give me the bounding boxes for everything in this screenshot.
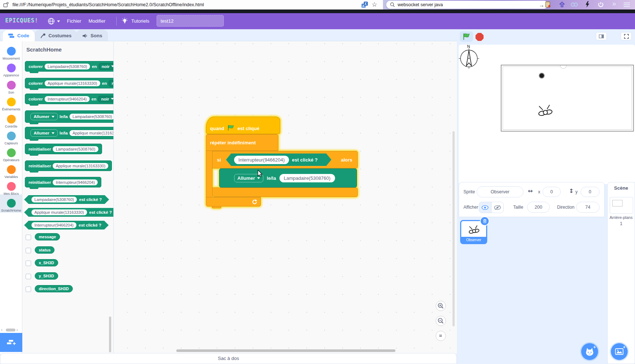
block-allumer-applique[interactable]: Allumer le/la Applique murale(13163330) [25,127,113,139]
category-operateurs[interactable]: Opérateurs [0,148,22,162]
power-icon[interactable] [598,1,604,8]
allumer-block[interactable]: Allumer le/la Lampadaire(5308760) [219,168,357,187]
menu-edit[interactable]: Modifier [89,18,105,24]
stop-button[interactable] [476,33,484,41]
block-input[interactable]: Lampadaire(5308760) [45,64,90,69]
block-colorer-lampadaire[interactable]: colorer Lampadaire(5308760) en noir [25,61,113,72]
bookmark-star-icon[interactable]: ☆ [372,1,377,8]
block-colorer-applique[interactable]: colorer Applique murale(13163330) en noi… [25,78,113,88]
category-scrollbar[interactable] [6,329,15,331]
translate-icon[interactable] [361,1,368,8]
block-dropdown[interactable]: noir [99,63,113,70]
category-capteurs[interactable]: Capteurs [0,132,22,145]
menu-file[interactable]: Fichier [67,18,81,24]
backdrop-thumbnail[interactable] [610,197,633,214]
zoom-in-button[interactable] [436,301,446,311]
block-input[interactable]: Lampadaire(5308760) [69,114,113,120]
block-lampadaire-est-clicke[interactable]: Lampadaire(5308760) est clické ? [24,195,109,204]
show-button[interactable] [479,202,492,213]
variable-y-sh3d[interactable]: y_SH3D [35,272,58,280]
fullscreen-button[interactable] [621,32,632,40]
lightning-icon[interactable] [585,1,590,8]
variable-checkbox[interactable] [26,287,31,292]
y-input[interactable]: 0 [580,187,600,197]
tab-costumes[interactable]: Costumes [35,30,77,41]
browser-search-field[interactable]: websocket server java → [386,1,548,9]
add-sprite-button[interactable]: + [581,343,598,360]
tab-sounds[interactable]: Sons [76,30,108,41]
extension-faded-icon[interactable] [571,2,578,7]
variable-status[interactable]: status [35,246,55,254]
category-mes-blocs[interactable]: Mes Blocs [0,182,22,196]
category-son[interactable]: Son [0,81,22,94]
repeat-forever-block[interactable]: répéter indéfiniment [206,134,278,151]
small-stage-layout-button[interactable] [596,32,607,40]
block-input[interactable]: Applique murale(13163330) [45,80,100,86]
block-input[interactable]: Interrupteur(9466204) [31,222,76,228]
block-reinitialiser-applique[interactable]: reinitialiser Applique murale(13163330) [25,160,112,171]
add-extension-button[interactable] [0,333,22,352]
block-input[interactable]: Interrupteur(9466204) [45,96,90,102]
lampadaire-sprite[interactable] [539,73,545,79]
variable-message[interactable]: message [35,233,60,240]
block-dropdown[interactable]: Allumer [30,129,58,137]
stage-selector-panel[interactable]: Scène Arrière-plans 1 [607,182,635,364]
menu-tutorials[interactable]: Tutoriels [121,17,149,24]
variable-checkbox[interactable] [26,261,31,266]
scroll-left-icon[interactable]: ‹ [1,327,3,332]
extension-arrow-icon[interactable] [559,1,565,7]
variable-checkbox[interactable] [26,274,31,279]
scroll-right-icon[interactable]: › [16,327,18,332]
category-controle[interactable]: Contrôle [0,115,22,128]
overflow-chevrons-icon[interactable]: » [612,0,616,8]
zoom-reset-button[interactable] [436,331,446,341]
delete-sprite-button[interactable] [480,216,489,226]
block-input[interactable]: Interrupteur(9466204) [53,179,98,185]
browser-address-bar[interactable]: file:///F:/Numerique/Projets_étudiants/S… [0,0,383,10]
hide-button[interactable] [492,202,504,213]
category-scratchhome[interactable]: ScratchHome [0,199,22,212]
block-input[interactable]: Applique murale(13163330) [31,209,87,215]
x-input[interactable]: 0 [542,187,561,197]
palette-scrollbar[interactable] [109,316,111,352]
variable-checkbox[interactable] [26,248,31,253]
block-input[interactable]: Applique murale(13163330) [53,163,108,169]
category-variables[interactable]: Variables [0,165,22,179]
block-applique-est-clicke[interactable]: Applique murale(13163330) est clické ? [24,208,113,217]
project-name-input[interactable]: test12 [157,15,224,27]
canvas-vertical-scrollbar[interactable] [452,131,455,326]
category-apparence[interactable]: Apparence [0,64,22,77]
block-input[interactable]: Lampadaire(5308760) [31,197,77,202]
block-reinitialiser-lampadaire[interactable]: reinitialiser Lampadaire(5308760) [25,144,102,154]
category-mouvement[interactable]: Mouvement [0,47,22,60]
backpack-bar[interactable]: Sac à dos [0,353,457,364]
size-input[interactable]: 200 [527,202,550,213]
canvas-horizontal-scrollbar[interactable] [176,349,395,352]
block-input[interactable]: Lampadaire(5308760) [53,146,98,152]
condition-block-est-clicke[interactable]: Interrupteur(9466204) est clické ? [226,153,331,166]
observer-sprite[interactable] [537,103,554,118]
code-canvas[interactable]: quand est cliqué répéter indéfiniment si… [113,41,457,354]
block-input[interactable]: Applique murale(13163330) [69,130,113,136]
block-dropdown[interactable]: noir [109,80,113,87]
hat-block-when-flag-clicked[interactable]: quand est cliqué [206,117,280,134]
direction-input[interactable]: 74 [576,202,600,213]
block-reinitialiser-interrupteur[interactable]: reinitialiser Interrupteur(9466204) [25,177,101,187]
block-dropdown[interactable]: noir [98,96,113,102]
block-input[interactable]: Lampadaire(5308760) [279,174,335,182]
zoom-out-button[interactable] [436,316,446,326]
extension-clipboard-icon[interactable] [545,1,551,8]
block-interrupteur-est-clicke[interactable]: Interrupteur(9466204) est clické ? [24,221,109,230]
search-go-icon[interactable]: → [539,2,544,8]
sprite-name-input[interactable]: Observer [477,186,523,197]
block-dropdown[interactable]: Allumer [30,113,58,120]
script-stack[interactable]: quand est cliqué répéter indéfiniment si… [201,110,364,220]
block-colorer-interrupteur[interactable]: colorer Interrupteur(9466204) en noir [25,94,113,104]
add-backdrop-button[interactable]: + [611,343,628,360]
variable-checkbox[interactable] [26,235,31,240]
block-allumer-lampadaire[interactable]: Allumer le/la Lampadaire(5308760) [25,110,113,123]
variable-x-sh3d[interactable]: x_SH3D [35,259,58,266]
green-flag-button[interactable] [460,31,473,42]
variable-direction-sh3d[interactable]: direction_SH3D [35,285,73,292]
if-then-block[interactable]: si Interrupteur(9466204) est clické ? al… [213,151,358,168]
